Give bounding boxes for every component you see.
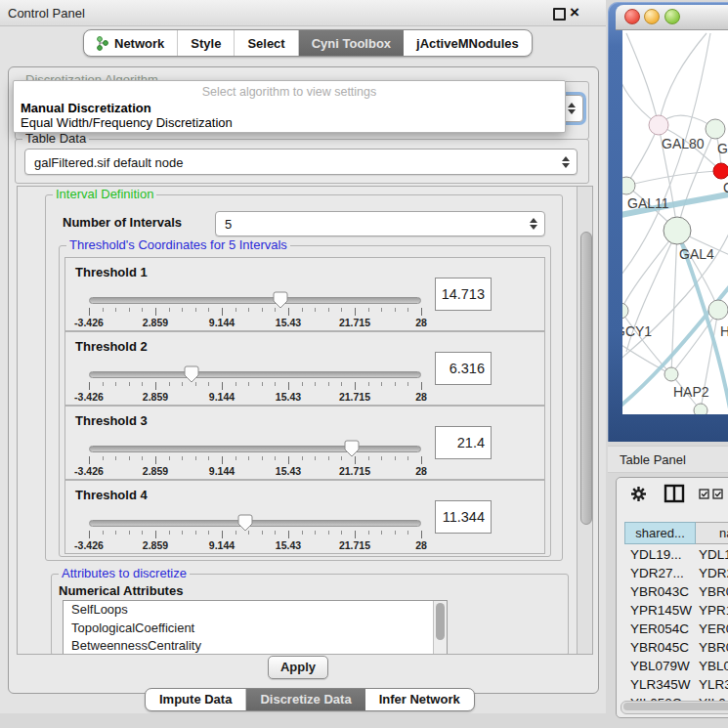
table-data-combobox[interactable]: galFiltered.sif default node: [24, 149, 578, 175]
mac-close-button[interactable]: [624, 9, 640, 24]
node-label-gal11: GAL11: [627, 195, 669, 211]
numerical-attributes-label: Numerical Attributes: [59, 583, 183, 598]
threshold-3-slider[interactable]: -3.426 2.859 9.144 15.43 21.715 28: [89, 440, 421, 473]
checkbox-icon[interactable]: [699, 489, 709, 499]
slider-thumb[interactable]: [184, 365, 199, 383]
apply-button[interactable]: Apply: [268, 656, 328, 679]
slider-track[interactable]: [89, 520, 421, 527]
table-row[interactable]: YPR145WYPR1: [617, 601, 728, 620]
slider-scale: -3.426 2.859 9.144 15.43 21.715 28: [89, 391, 421, 403]
algorithm-dropdown-popup: Select algorithm to view settings Manual…: [13, 80, 566, 133]
threshold-2-slider[interactable]: -3.426 2.859 9.144 15.43 21.715 28: [89, 365, 421, 399]
tab-network-label: Network: [114, 36, 164, 51]
node-hap2[interactable]: [664, 367, 678, 381]
tab-cyni-toolbox[interactable]: Cyni Toolbox: [299, 30, 404, 56]
tab-impute-data[interactable]: Impute Data: [146, 689, 246, 710]
threshold-3-value-field[interactable]: 21.4: [435, 426, 492, 459]
split-columns-icon[interactable]: [664, 484, 685, 503]
interval-definition-group-title: Interval Definition: [53, 188, 156, 200]
attributes-group-title: Attributes to discretize: [59, 567, 190, 579]
top-tabbar: Network Style Select Cyni Toolbox jActiv…: [83, 29, 533, 57]
threshold-2-panel: Threshold 2 -3.426 2.859 9.144 15.43: [64, 331, 545, 406]
number-of-intervals-combobox[interactable]: 5: [215, 211, 545, 236]
tab-discretize-data[interactable]: Discretize Data: [246, 689, 364, 710]
node-label-partial-c: C: [723, 180, 728, 195]
threshold-2-value-field[interactable]: 6.316: [435, 352, 492, 385]
scrollbar-thumb[interactable]: [436, 603, 445, 640]
node-right-h[interactable]: [708, 300, 728, 320]
table-row[interactable]: YDL19...YDL1: [617, 545, 728, 564]
tab-jactivemnodules-label: jActiveMNodules: [416, 36, 519, 51]
table-row[interactable]: YER054CYER0: [617, 620, 728, 638]
numerical-attributes-list[interactable]: SelfLoops TopologicalCoefficient Between…: [63, 600, 448, 655]
screen: Control Panel × Network Style Select: [0, 0, 728, 728]
table-row[interactable]: YBL079WYBL0: [617, 657, 728, 675]
tab-style[interactable]: Style: [178, 30, 235, 56]
node-partial-right[interactable]: [706, 119, 725, 139]
settings-vertical-scrollbar[interactable]: [577, 187, 593, 654]
node-label-gal80: GAL80: [662, 136, 705, 151]
threshold-1-slider[interactable]: -3.426 2.859 9.144 15.43 21.715 28: [89, 291, 421, 324]
threshold-2-label: Threshold 2: [75, 339, 148, 354]
threshold-3-panel: Threshold 3 -3.426 2.859 9.144 15.43: [64, 406, 545, 480]
tab-jactivemnodules[interactable]: jActiveMNodules: [404, 30, 532, 56]
node-partial-bottom[interactable]: [694, 404, 707, 414]
thresholds-group-title: Threshold's Coordinates for 5 Intervals: [66, 238, 290, 251]
table-panel-titlebar: Table Panel: [608, 446, 728, 473]
threshold-4-slider[interactable]: -3.426 2.859 9.144 15.43 21.715 28: [89, 514, 421, 547]
tab-select[interactable]: Select: [235, 30, 298, 56]
list-item[interactable]: SelfLoops: [64, 601, 447, 620]
tab-network[interactable]: Network: [84, 30, 178, 56]
mac-minimize-button[interactable]: [644, 9, 660, 24]
bottom-tabbar: Impute Data Discretize Data Infer Networ…: [145, 688, 475, 711]
list-scrollbar[interactable]: [433, 601, 447, 655]
slider-scale: -3.426 2.859 9.144 15.43 21.715 28: [89, 465, 421, 477]
list-item[interactable]: BetweennessCentrality: [64, 637, 447, 655]
slider-track[interactable]: [89, 446, 421, 452]
tab-style-label: Style: [191, 36, 221, 51]
node-gcy1[interactable]: [622, 303, 628, 319]
close-icon[interactable]: ×: [570, 1, 579, 24]
combo-stepper-icon: [562, 156, 570, 168]
threshold-1-panel: Threshold 1 -3.426 2.859 9.144 15.43: [64, 257, 545, 331]
mac-zoom-button[interactable]: [664, 9, 680, 24]
popup-option-equal-width-frequency[interactable]: Equal Width/Frequency Discretization: [21, 115, 233, 130]
node-gal4[interactable]: [664, 217, 691, 244]
table-data-group-title: Table Data: [22, 132, 89, 145]
list-item[interactable]: TopologicalCoefficient: [64, 620, 447, 638]
table-row[interactable]: YLR345WYLR3: [617, 675, 728, 694]
slider-track[interactable]: [89, 297, 421, 304]
slider-thumb[interactable]: [344, 440, 360, 457]
column-header-shared-name[interactable]: shared...: [624, 522, 696, 544]
slider-ticks: [89, 308, 422, 316]
table-row[interactable]: YBR043CYBR0: [617, 582, 728, 601]
network-canvas[interactable]: GAL80 GA C GAL11 GAL4 GCY1 H HAP2: [622, 30, 728, 414]
table-row[interactable]: YBR045CYBR0: [617, 638, 728, 657]
gear-icon[interactable]: [630, 486, 647, 502]
column-header-name[interactable]: na: [696, 522, 728, 544]
network-icon: [97, 36, 108, 51]
cyni-toolbox-panel: Discretization Algorithm Table Data galF…: [8, 66, 599, 694]
scrollbar-thumb[interactable]: [580, 232, 592, 525]
node-red-selected[interactable]: [713, 163, 728, 179]
float-window-icon[interactable]: [553, 8, 566, 21]
threshold-4-value-field[interactable]: 11.344: [435, 500, 492, 534]
network-window-titlebar: [616, 5, 728, 30]
slider-ticks: [89, 531, 422, 538]
tab-infer-network[interactable]: Infer Network: [365, 689, 474, 710]
table-horizontal-scrollbar[interactable]: [621, 701, 728, 714]
threshold-1-value-field[interactable]: 14.713: [435, 278, 492, 311]
slider-thumb[interactable]: [273, 291, 288, 309]
scrollbar-thumb[interactable]: [623, 703, 728, 710]
combo-stepper-icon: [568, 103, 576, 114]
table-row[interactable]: YDR27...YDR2: [617, 564, 728, 582]
threshold-3-label: Threshold 3: [75, 413, 148, 428]
node-label-gcy1: GCY1: [622, 323, 652, 339]
popup-option-manual-discretization[interactable]: Manual Discretization: [21, 101, 151, 115]
node-gal80[interactable]: [649, 115, 668, 135]
checkbox-icon[interactable]: [712, 489, 723, 499]
slider-thumb[interactable]: [237, 514, 253, 532]
slider-track[interactable]: [89, 371, 421, 378]
table-data-combobox-value: galFiltered.sif default node: [34, 154, 183, 169]
node-gal11[interactable]: [622, 177, 635, 194]
